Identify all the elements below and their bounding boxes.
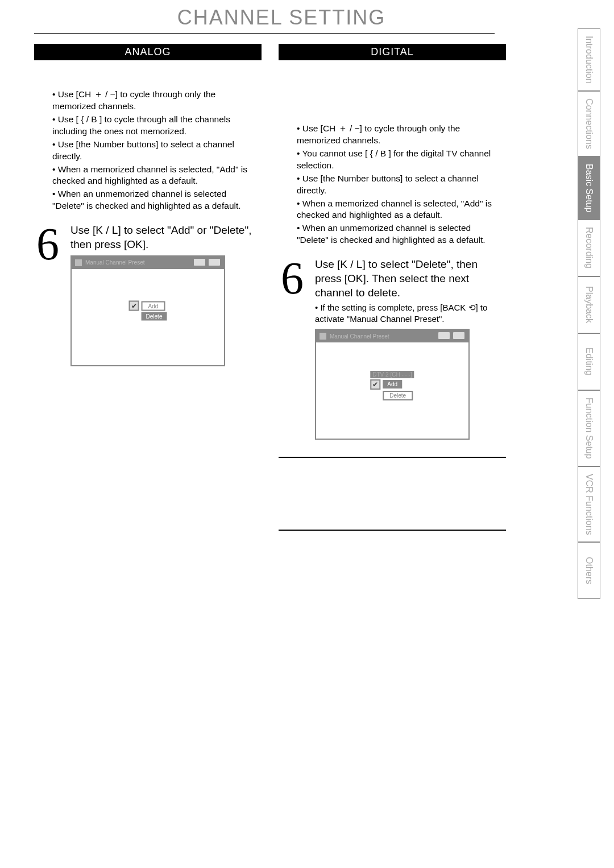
tab-introduction[interactable]: Introduction	[578, 28, 600, 91]
analog-line: • Use [CH ＋ / −] to cycle through only t…	[52, 89, 256, 113]
osd-checkbox-icon: ✔	[370, 379, 380, 390]
digital-step-title: Use [K / L] to select "Delete", then pre…	[315, 258, 506, 300]
osd-option-delete: Delete	[383, 391, 413, 400]
osd-checkbox-icon: ✔	[129, 301, 139, 311]
about-box	[279, 457, 506, 531]
analog-step-6: 6 Use [K / L] to select "Add" or "Delete…	[34, 224, 262, 366]
osd-header-label: Manual Channel Preset	[85, 259, 145, 266]
osd-option-delete: Delete	[142, 312, 167, 321]
column-analog: ANALOG • Use [CH ＋ / −] to cycle through…	[34, 44, 262, 531]
analog-step-title: Use [K / L] to select "Add" or "Delete",…	[70, 224, 262, 251]
tab-function-setup[interactable]: Function Setup	[578, 390, 600, 466]
digital-body: • Use [CH ＋ / −] to cycle through only t…	[279, 123, 506, 246]
step-number: 6	[281, 258, 315, 440]
osd-header-label: Manual Channel Preset	[330, 333, 389, 340]
title-rule	[34, 33, 495, 34]
page-title: CHANNEL SETTING	[34, 6, 529, 30]
step-number: 6	[36, 224, 70, 366]
analog-line: • When an unmemorized channel is selecte…	[52, 188, 256, 212]
tab-others[interactable]: Others	[578, 542, 600, 599]
digital-osd: Manual Channel Preset DTV 2 [CH - - -] ✔…	[315, 329, 470, 440]
tab-vcr-functions[interactable]: VCR Functions	[578, 466, 600, 543]
osd-square-icon	[320, 333, 326, 340]
analog-body: • Use [CH ＋ / −] to cycle through only t…	[34, 89, 262, 212]
tab-playback[interactable]: Playback	[578, 276, 600, 333]
osd-square-icon	[75, 259, 82, 266]
digital-step-sub: • If the setting is complete, press [BAC…	[315, 302, 506, 324]
analog-line: • When a memorized channel is selected, …	[52, 164, 256, 188]
analog-osd: Manual Channel Preset ✔ Add	[70, 255, 225, 366]
column-digital: DIGITAL • Use [CH ＋ / −] to cycle throug…	[279, 44, 506, 531]
osd-icon	[208, 258, 221, 266]
osd-option-add: Add	[383, 380, 402, 388]
analog-line: • Use [the Number buttons] to select a c…	[52, 139, 256, 163]
digital-line: • You cannot use [ { / B ] for the digit…	[297, 148, 500, 172]
digital-line: • When a memorized channel is selected, …	[297, 198, 500, 222]
digital-line: • Use [CH ＋ / −] to cycle through only t…	[297, 123, 500, 147]
side-tabs: Introduction Connections Basic Setup Rec…	[521, 28, 600, 599]
digital-line: • Use [the Number buttons] to select a c…	[297, 173, 500, 197]
tab-connections[interactable]: Connections	[578, 91, 600, 156]
analog-line: • Use [ { / B ] to cycle through all the…	[52, 114, 256, 138]
tab-recording[interactable]: Recording	[578, 220, 600, 276]
tab-editing[interactable]: Editing	[578, 333, 600, 390]
tab-basic-setup[interactable]: Basic Setup	[578, 156, 600, 220]
analog-header: ANALOG	[34, 44, 262, 60]
digital-line: • When an unmemorized channel is selecte…	[297, 222, 500, 246]
digital-step-6: 6 Use [K / L] to select "Delete", then p…	[279, 258, 506, 440]
osd-channel-info: DTV 2 [CH - - -]	[370, 371, 414, 378]
digital-header: DIGITAL	[279, 44, 506, 60]
osd-option-add: Add	[142, 301, 165, 311]
osd-icon	[438, 332, 450, 340]
osd-icon	[193, 258, 206, 266]
osd-icon	[453, 332, 465, 340]
